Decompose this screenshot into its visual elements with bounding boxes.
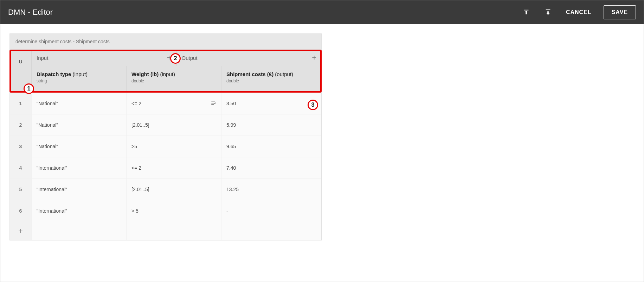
cell-weight-value: <= 2 [131,101,141,106]
cell-weight[interactable]: >5 [127,136,221,157]
cell-shipment-costs[interactable]: 9.65 [221,136,321,157]
column-header-shipment-costs[interactable]: Shipment costs (€) (output) double [221,66,321,93]
table-row: 3 "National" >5 9.65 [9,136,322,157]
cell-shipment-costs[interactable]: 3.50 [221,93,321,114]
empty-cell [221,221,321,240]
decision-title[interactable]: determine shipment costs - Shipment cost… [9,33,322,50]
annotation-callout-1: 1 [24,83,34,94]
input-label: Input [37,55,48,61]
top-toolbar: DMN - Editor CANCEL SAVE [0,0,644,24]
edit-cell-icon[interactable] [211,100,217,107]
output-label: Output [182,55,198,61]
cell-weight[interactable]: <= 2 [127,93,221,114]
col-name: Dispatch type [37,71,71,77]
io-header-row: U Input + Output + [9,50,322,66]
cell-dispatch-type[interactable]: "International" [32,200,127,221]
upload-icon [522,8,530,16]
download-button[interactable] [542,8,554,17]
col-role: (input) [160,71,175,77]
row-index[interactable]: 4 [10,157,32,178]
row-index[interactable]: 5 [10,178,32,200]
col-name: Weight (lb) [131,71,159,77]
cell-weight[interactable]: > 5 [127,200,221,221]
output-header[interactable]: Output + [177,50,322,66]
col-role: (output) [275,71,293,77]
table-row: 6 "International" > 5 - [9,200,322,221]
cell-dispatch-type[interactable]: "International" [32,178,127,200]
cell-weight[interactable]: [2.01..5] [127,114,221,136]
cell-shipment-costs[interactable]: 13.25 [221,178,321,200]
add-row: + [9,221,322,240]
cell-shipment-costs[interactable]: 5.99 [221,114,321,136]
col-name: Shipment costs (€) [226,71,273,77]
add-output-button[interactable]: + [312,53,316,62]
table-row: 4 "International" <= 2 7.40 [9,157,322,178]
table-row: 2 "National" [2.01..5] 5.99 [9,114,322,136]
empty-cell [32,221,127,240]
add-row-button[interactable]: + [10,221,32,240]
cell-dispatch-type[interactable]: "National" [32,93,127,114]
row-index[interactable]: 2 [10,114,32,136]
cell-dispatch-type[interactable]: "National" [32,136,127,157]
app-title: DMN - Editor [8,8,53,17]
annotation-callout-3: 3 [308,100,318,110]
column-header-dispatch-type[interactable]: Dispatch type (input) string [32,66,127,93]
plus-icon: + [18,226,23,236]
column-header-weight[interactable]: Weight (lb) (input) double [127,66,221,93]
cell-shipment-costs[interactable]: 7.40 [221,157,321,178]
save-button[interactable]: SAVE [604,5,636,19]
hit-policy-cell[interactable]: U [10,50,32,66]
dmn-table: determine shipment costs - Shipment cost… [9,33,322,240]
table-row: 5 "International" [2.01..5] 13.25 [9,178,322,200]
cell-weight[interactable]: <= 2 [127,157,221,178]
toolbar-actions: CANCEL SAVE [520,5,636,19]
empty-cell [127,221,221,240]
annotation-callout-2: 2 [170,53,181,64]
row-index[interactable]: 3 [10,136,32,157]
cell-weight[interactable]: [2.01..5] [127,178,221,200]
col-type: double [226,79,316,83]
download-icon [544,8,552,16]
row-index[interactable]: 1 [10,93,32,114]
upload-button[interactable] [520,8,532,17]
cancel-button[interactable]: CANCEL [564,9,594,16]
input-header[interactable]: Input + [32,50,177,66]
cell-dispatch-type[interactable]: "International" [32,157,127,178]
table-row: 1 "National" <= 2 3.50 [9,93,322,114]
col-type: double [131,79,216,83]
hit-policy-label: U [19,59,22,66]
col-type: string [37,79,121,83]
column-header-row: Dispatch type (input) string Weight (lb)… [9,66,322,93]
cell-dispatch-type[interactable]: "National" [32,114,127,136]
row-index[interactable]: 6 [10,200,32,221]
cell-shipment-costs[interactable]: - [221,200,321,221]
col-role: (input) [73,71,88,77]
